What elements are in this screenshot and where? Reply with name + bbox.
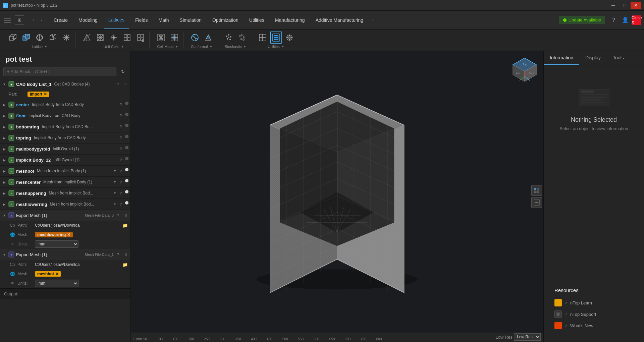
expand-arrow-implicit12[interactable]: ▶: [2, 158, 7, 162]
hamburger-menu[interactable]: [3, 15, 12, 25]
block-header-meshcenter[interactable]: ▶ ≡ meshcenter Mesh from Implicit Body (…: [0, 177, 130, 187]
block-help-meshcenter[interactable]: ?: [118, 179, 124, 185]
block-settings-cadlist[interactable]: ○: [122, 81, 128, 87]
nav-cube[interactable]: Top Left Right: [511, 56, 538, 83]
viewport-tool-2[interactable]: [531, 197, 542, 208]
expand-arrow-meshlowerring[interactable]: ▶: [2, 202, 7, 207]
utilities-group-label[interactable]: Utilities ▼: [268, 45, 284, 49]
menu-additive[interactable]: Additive Manufacturing: [311, 11, 368, 29]
back-button[interactable]: ‹: [30, 16, 37, 24]
block-help-center[interactable]: ?: [118, 102, 124, 108]
block-help-meshlowerring[interactable]: ?: [118, 201, 124, 207]
remove-import[interactable]: ✕: [44, 92, 47, 97]
block-header-center[interactable]: ▶ ≡ center Implicit Body from CAD Body ?: [0, 99, 130, 110]
block-header-mainbodygyroid[interactable]: ▶ ≡ mainbodygyroid Infill Gyroid (1) ?: [0, 144, 130, 154]
menu-scroll-right[interactable]: ›: [369, 16, 377, 24]
remove-mesh-0[interactable]: ✕: [67, 232, 70, 237]
toolbar-ucell-4[interactable]: [121, 32, 133, 44]
expand-arrow-cadlist[interactable]: ▼: [2, 82, 7, 87]
help-icon[interactable]: ?: [609, 15, 619, 25]
toolbar-cellmap-2[interactable]: [168, 32, 180, 44]
export-header-1[interactable]: ▼ ↑ Export Mesh (1) Mesh File Data_1 ? ⏸: [0, 249, 130, 260]
toolbar-utility-3[interactable]: [283, 32, 296, 44]
resource-ntop-learn[interactable]: ↗ nTop Learn: [554, 297, 633, 308]
menu-math[interactable]: Math: [154, 11, 173, 29]
minimize-button[interactable]: ─: [608, 2, 619, 9]
block-header-floor[interactable]: ▶ ≡ floor Implicit Body from CAD Body ?: [0, 110, 130, 121]
block-help-implicit12[interactable]: ?: [118, 157, 124, 163]
toolbar-conformal-2[interactable]: [202, 32, 214, 44]
block-header-topring[interactable]: ▶ ≡ topring Implicit Body from CAD Body …: [0, 132, 130, 143]
lattice-group-label[interactable]: Lattice ▼: [32, 45, 47, 49]
block-help-bottomring[interactable]: ?: [118, 124, 124, 130]
viewport-tool-1[interactable]: [531, 185, 542, 196]
panel-toggle-button[interactable]: ⊞: [15, 15, 24, 25]
meshlowerring-dropdown[interactable]: ▼: [113, 203, 116, 206]
menu-simulation[interactable]: Simulation: [175, 11, 206, 29]
toolbar-utility-2[interactable]: [270, 32, 282, 44]
forward-button[interactable]: ›: [38, 16, 45, 24]
tab-display[interactable]: Display: [579, 51, 607, 65]
block-header-meshbot[interactable]: ▶ ≡ meshbot Mesh from Implicit Body (1) …: [0, 166, 130, 176]
expand-arrow-mainbodygyroid[interactable]: ▶: [2, 147, 7, 151]
block-header-meshlowerring[interactable]: ▶ ≡ meshlowerring Mesh from Implicit Bod…: [0, 199, 130, 210]
block-help-topring[interactable]: ?: [118, 135, 124, 141]
toolbar-ucell-2[interactable]: [94, 32, 106, 44]
close-button[interactable]: ✕: [631, 2, 641, 9]
expand-arrow-export1[interactable]: ▼: [2, 252, 7, 257]
menu-fields[interactable]: Fields: [130, 11, 152, 29]
expand-arrow-export0[interactable]: ▼: [2, 213, 7, 218]
tab-information[interactable]: Information: [544, 51, 579, 65]
unitcells-group-label[interactable]: Unit Cells ▼: [104, 45, 124, 49]
toolbar-stochastic-1[interactable]: [223, 32, 235, 44]
toolbar-stochastic-2[interactable]: [236, 32, 248, 44]
block-header-implicit12[interactable]: ▶ ≡ Implicit Body_12 Infill Gyroid (1) ?: [0, 155, 130, 165]
toolbar-utility-1[interactable]: [257, 32, 269, 44]
block-header-meshuppering[interactable]: ▶ ≡ meshuppering Mesh from Implicit Bod.…: [0, 188, 130, 198]
tab-tools[interactable]: Tools: [607, 51, 630, 65]
export-pause-0[interactable]: ⏸: [122, 212, 128, 218]
browse-button-0[interactable]: 📁: [122, 223, 128, 228]
viewport[interactable]: Top Left Right: [131, 51, 543, 342]
settings-icon[interactable]: Close X: [632, 15, 641, 25]
cellmaps-group-label[interactable]: Cell Maps ▼: [157, 45, 178, 49]
menu-optimization[interactable]: Optimization: [208, 11, 243, 29]
browse-button-1[interactable]: 📁: [122, 262, 128, 267]
resource-whats-new[interactable]: ↗ What's New: [554, 320, 633, 331]
expand-arrow-floor[interactable]: ▶: [2, 113, 7, 118]
menu-create[interactable]: Create: [49, 11, 72, 29]
expand-arrow-meshbot[interactable]: ▶: [2, 169, 7, 173]
expand-arrow-center[interactable]: ▶: [2, 102, 7, 107]
conformal-group-label[interactable]: Conformal ▼: [191, 45, 213, 49]
block-header-bottomring[interactable]: ▶ ≡ bottomring Implicit Body from CAD Bo…: [0, 121, 130, 132]
block-header-cadlist[interactable]: ▼ ■ CAD Body List_1 Get CAD Bodies (4) ?…: [0, 79, 130, 90]
units-dropdown-1[interactable]: mm cm in: [35, 280, 78, 287]
toolbar-lattice-cube[interactable]: [7, 32, 19, 44]
expand-arrow-bottomring[interactable]: ▶: [2, 124, 7, 129]
toolbar-lattice-sphere[interactable]: [34, 32, 46, 44]
meshbot-dropdown[interactable]: ▼: [113, 169, 116, 173]
meshcenter-dropdown[interactable]: ▼: [113, 180, 116, 184]
toolbar-conformal-1[interactable]: [189, 32, 201, 44]
maximize-button[interactable]: □: [619, 2, 630, 9]
export-help-1[interactable]: ?: [115, 251, 121, 258]
export-help-0[interactable]: ?: [115, 212, 121, 218]
toolbar-lattice-fill[interactable]: [20, 32, 32, 44]
menu-modeling[interactable]: Modeling: [74, 11, 102, 29]
toolbar-ucell-3[interactable]: [108, 32, 120, 44]
block-help-meshbot[interactable]: ?: [118, 168, 124, 174]
export-header-0[interactable]: ▼ ↑ Export Mesh (1) Mesh File Data_0 ? ⏸: [0, 210, 130, 221]
export-pause-1[interactable]: ⏸: [122, 251, 128, 258]
expand-arrow-topring[interactable]: ▶: [2, 135, 7, 140]
stochastic-group-label[interactable]: Stochastic ▼: [225, 45, 247, 49]
block-help-floor[interactable]: ?: [118, 113, 124, 119]
expand-arrow-meshcenter[interactable]: ▶: [2, 180, 7, 184]
remove-mesh-1[interactable]: ✕: [55, 272, 59, 276]
toolbar-ucell-5[interactable]: 2: [135, 32, 147, 44]
menu-manufacturing[interactable]: Manufacturing: [270, 11, 310, 29]
block-help-meshuppering[interactable]: ?: [118, 190, 124, 196]
user-icon[interactable]: 👤: [621, 15, 630, 25]
toolbar-ucell-1[interactable]: [81, 32, 93, 44]
toolbar-lattice-frame[interactable]: [47, 32, 59, 44]
meshuppering-dropdown[interactable]: ▼: [113, 191, 116, 195]
